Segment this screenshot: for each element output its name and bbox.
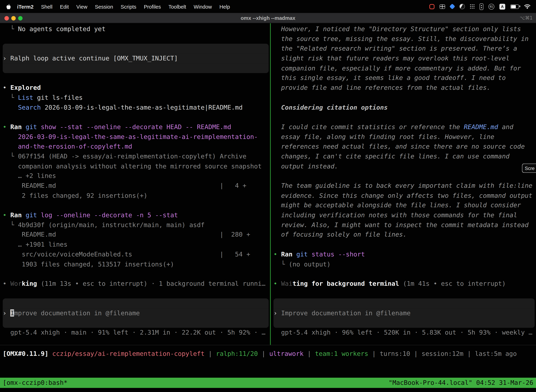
text-segment: Ran <box>281 251 292 258</box>
terminal-line: and-the-erosion-of-copyleft.md <box>3 142 270 152</box>
battery-icon[interactable] <box>510 4 519 9</box>
menu-item-help[interactable]: Help <box>215 4 234 9</box>
text-segment: | <box>410 350 421 357</box>
dot <box>481 5 482 6</box>
menu-item-view[interactable]: View <box>73 4 91 9</box>
key-switcher-icon[interactable] <box>479 3 483 10</box>
terminal-line <box>273 289 536 299</box>
text-segment: 2026-03-09-is-legal-the-same-as-legitima… <box>41 104 243 111</box>
tmux-status-bar: [omx-cczip0:bash* "MacBook-Pro-44.local"… <box>0 378 536 388</box>
text-segment: including verification notes with those … <box>273 211 517 219</box>
terminal-line <box>3 201 270 210</box>
browser-grid-icon[interactable] <box>440 4 445 9</box>
terminal-line: essay file, along with finding root file… <box>273 132 536 142</box>
menu-item-edit[interactable]: Edit <box>56 4 73 9</box>
text-segment: git <box>22 211 37 219</box>
left-terminal-pane[interactable]: └ No agents completed yet› Ralph loop ac… <box>0 23 270 345</box>
terminal-line: changes, I can't cite specific file line… <box>273 152 536 161</box>
screen-recording-icon[interactable] <box>429 4 435 9</box>
text-segment: gpt-5.4 xhigh · 96% left · 520K in · 5.8… <box>273 329 532 336</box>
text-segment: companion file, especially if more comme… <box>273 65 521 72</box>
menu-bar: iTerm2 Shell Edit View Session Scripts P… <box>0 0 536 13</box>
text-segment: | <box>368 350 380 357</box>
terminal-line: … +2 lines <box>3 171 270 181</box>
menu-item-window[interactable]: Window <box>190 4 215 9</box>
text-segment: README.md | 4 + <box>3 182 247 189</box>
terminal-line <box>3 73 270 83</box>
apple-menu-icon[interactable] <box>6 4 11 9</box>
text-segment: | <box>464 350 475 357</box>
text-segment: | <box>258 350 269 357</box>
pane-separator <box>0 345 536 345</box>
window-shortcut-hint: ⌥⌘1 <box>520 13 532 23</box>
text-segment: slight risk that future readers may over… <box>273 55 509 62</box>
text-segment: No agents completed yet <box>18 25 105 33</box>
text-segment: Ran <box>10 211 22 219</box>
text-segment: › <box>3 309 10 317</box>
terminal-line <box>3 34 270 44</box>
text-segment: and-the-erosion-of-copyleft.md <box>3 143 132 150</box>
terminal-line: output instead. <box>273 161 536 171</box>
text-segment: | <box>304 350 315 357</box>
text-segment: … +1901 lines <box>3 241 67 248</box>
input-source-icon[interactable]: A <box>499 4 505 9</box>
dark-circle-app-icon[interactable] <box>459 4 465 9</box>
menu-item-shell[interactable]: Shell <box>37 4 56 9</box>
dots-grid-icon[interactable] <box>470 4 474 9</box>
text-segment: of focusing solely on file lines. <box>273 231 407 238</box>
terminal-line <box>273 171 536 181</box>
text-segment: └ <box>3 25 18 33</box>
terminal-line: references need actual files, and since … <box>273 142 536 152</box>
text-segment: README.md | 280 + <box>3 231 250 238</box>
terminal-line: gpt-5.4 xhigh · main · 91% left · 2.31M … <box>3 328 270 338</box>
text-segment: references need actual files, and since … <box>273 143 525 150</box>
tmux-session-label: [omx-cczip0:bash* <box>3 378 67 388</box>
text-segment: turns:10 <box>380 350 410 357</box>
terminal-line: slight risk that future readers may over… <box>273 54 536 63</box>
terminal-line: I could cite commit statistics or refere… <box>273 122 536 132</box>
text-segment: evidence. Since this change only affects… <box>273 192 532 199</box>
terminal-line <box>273 240 536 250</box>
menu-item-toolbelt[interactable]: Toolbelt <box>165 4 190 9</box>
text-segment: Ralph loop active continue [OMX_TMUX_INJ… <box>10 55 178 62</box>
terminal-line: 2026-03-09-is-legal-the-same-as-legitima… <box>3 132 270 142</box>
terminal-line: … +1901 lines <box>3 240 270 250</box>
terminal-line <box>3 112 270 122</box>
text-segment: However, I noticed the "Directory Struct… <box>273 25 521 33</box>
text-segment: • <box>273 280 281 287</box>
text-segment: • <box>3 84 10 91</box>
terminal-line: evidence. Since this change only affects… <box>273 191 536 201</box>
terminal-line: However, I noticed the "Directory Struct… <box>273 24 536 34</box>
text-segment: session:12m <box>421 350 463 357</box>
wifi-icon[interactable] <box>524 4 531 9</box>
terminal-line: └ 067f154 (HEAD -> essay/ai-reimplementa… <box>3 152 270 161</box>
text-segment: changes, I can't cite specific file line… <box>273 153 509 160</box>
text-segment: output instead. <box>273 163 338 170</box>
text-segment: I could cite commit statistics or refere… <box>273 123 464 131</box>
screen-share-tooltip: Scre <box>522 163 536 173</box>
terminal-line <box>3 299 269 308</box>
terminal-line: • Ran git show --stat --oneline --decora… <box>3 122 270 132</box>
text-segment: I <box>10 309 14 317</box>
terminal-line: Considering citation options <box>273 103 536 112</box>
text-segment: Considering citation options <box>273 104 388 111</box>
right-terminal-pane[interactable]: However, I noticed the "Directory Struct… <box>271 23 536 345</box>
text-segment: [OMX#0.11.9] <box>3 350 48 357</box>
text-segment: provide file and line references from th… <box>273 84 490 91</box>
text-segment: • <box>273 251 281 258</box>
text-segment: The team guideline is to back every impo… <box>273 182 532 189</box>
menu-item-iterm2[interactable]: iTerm2 <box>13 4 37 9</box>
menu-item-scripts[interactable]: Scripts <box>117 4 140 9</box>
terminal-line: 2 files changed, 92 insertions(+) <box>3 191 270 201</box>
menu-item-profiles[interactable]: Profiles <box>140 4 165 9</box>
window-titlebar[interactable]: omx --xhigh --madmax ⌥⌘1 <box>0 13 536 23</box>
menu-item-session[interactable]: Session <box>91 4 117 9</box>
menu-status-icons: 61 A <box>429 3 531 10</box>
blue-app-icon[interactable] <box>449 4 455 9</box>
gauge-icon[interactable]: 61 <box>488 4 494 9</box>
terminal-line <box>273 299 535 308</box>
text-segment: mprove documentation in @filename <box>14 309 140 317</box>
text-segment: cczip/essay/ai-reimplementation-copyleft <box>48 350 205 357</box>
text-segment: ting for background terminal <box>292 280 399 287</box>
terminal-line: README.md | 4 + <box>3 181 270 191</box>
